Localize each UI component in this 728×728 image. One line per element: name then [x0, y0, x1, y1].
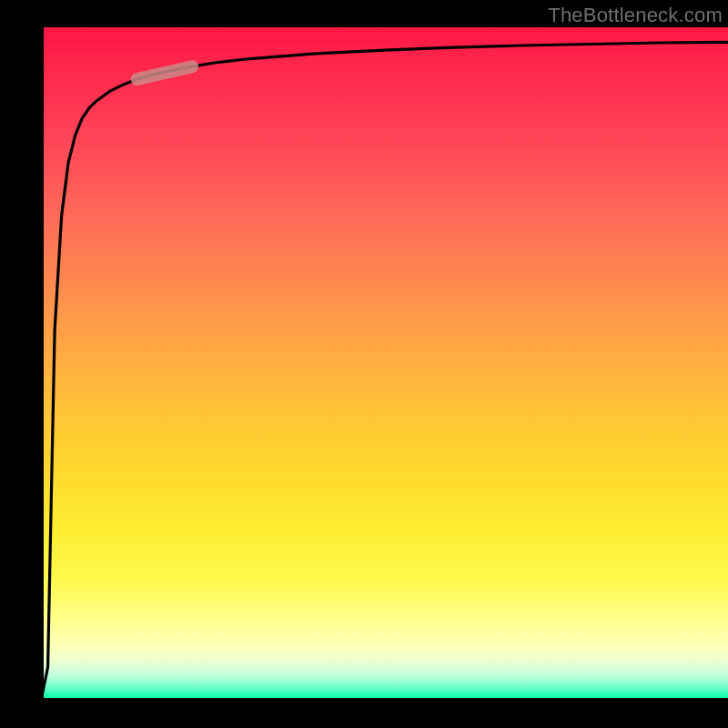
- chart-stage: TheBottleneck.com: [0, 0, 728, 728]
- watermark-label: TheBottleneck.com: [548, 4, 723, 27]
- plot-gradient-background: [41, 27, 728, 701]
